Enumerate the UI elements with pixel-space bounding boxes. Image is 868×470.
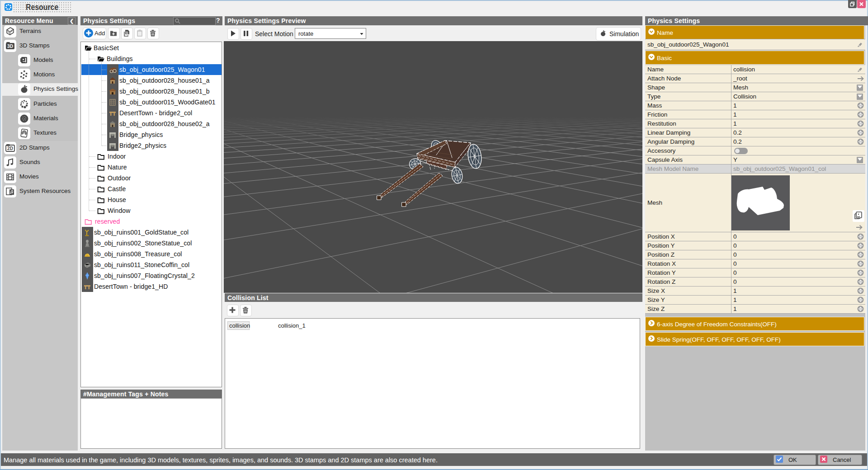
svg-text:3D: 3D [7, 44, 13, 49]
svg-text:2D: 2D [7, 146, 13, 151]
